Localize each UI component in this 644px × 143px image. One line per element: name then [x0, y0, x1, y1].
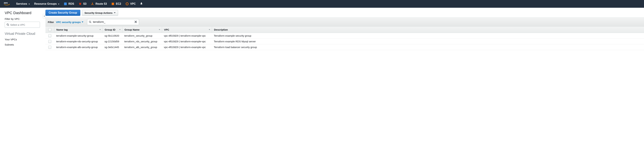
filter-by-vpc-label: Filter by VPC:	[5, 18, 38, 20]
cell-description: Terraform example RDS Mysql server	[212, 40, 644, 43]
row-checkbox[interactable]	[48, 34, 51, 37]
row-checkbox[interactable]	[48, 46, 51, 49]
sidebar: VPC Dashboard Filter by VPC: Select a VP…	[0, 8, 43, 51]
shortcut-route53[interactable]: Route 53	[91, 2, 107, 6]
sidebar-title[interactable]: VPC Dashboard	[5, 11, 38, 15]
search-icon	[6, 23, 9, 26]
shortcut-label: S3	[83, 2, 86, 5]
shortcut-label: RDS	[68, 2, 74, 5]
sort-icon	[119, 29, 120, 30]
shortcut-label: VPC	[130, 2, 136, 5]
chevron-down-icon	[58, 4, 59, 5]
column-header-group-id[interactable]: Group ID	[102, 27, 122, 33]
svg-point-4	[7, 24, 8, 25]
main-content: Create Security Group Security Group Act…	[43, 8, 644, 51]
filter-label: Filter	[48, 21, 54, 24]
cell-group-name: terraform_rds_security_group	[122, 40, 162, 43]
svg-point-3	[126, 3, 128, 5]
svg-line-5	[8, 25, 9, 26]
sort-icon	[209, 29, 210, 30]
sort-icon	[100, 29, 101, 30]
sidebar-section-heading: Virtual Private Cloud	[5, 32, 38, 36]
vpc-icon	[126, 2, 129, 6]
row-checkbox[interactable]	[48, 40, 51, 43]
filter-dropdown-label: VPC security groups	[56, 21, 81, 24]
vpc-select[interactable]: Select a VPC	[5, 22, 40, 28]
shortcut-vpc[interactable]: VPC	[126, 2, 136, 6]
action-row: Create Security Group Security Group Act…	[46, 10, 644, 16]
cell-group-id: sg-22150d59	[102, 40, 122, 43]
svg-rect-2	[112, 3, 114, 5]
chevron-down-icon	[82, 22, 83, 23]
resource-groups-menu[interactable]: Resource Groups	[34, 2, 59, 5]
security-groups-table: Name tag Group ID Group Name VPC Descrip…	[46, 27, 644, 50]
services-menu[interactable]: Services	[16, 2, 30, 5]
table-row[interactable]: terraform-example-alb-security-group sg-…	[46, 44, 644, 50]
column-header-group-name[interactable]: Group Name	[122, 27, 162, 33]
shortcut-s3[interactable]: S3	[78, 2, 86, 6]
s3-icon	[78, 2, 82, 6]
shortcut-label: EC2	[116, 2, 121, 5]
search-input[interactable]	[93, 21, 133, 24]
sg-actions-label: Security Group Actions	[84, 12, 112, 14]
top-nav: aws Services Resource Groups RDS S3 Rout…	[0, 0, 644, 8]
column-header-vpc[interactable]: VPC	[162, 27, 212, 33]
sidebar-collapse-toggle[interactable]	[43, 14, 46, 19]
vpc-select-placeholder: Select a VPC	[10, 23, 25, 26]
cell-vpc: vpc-4f01fd29 | terraform-example-vpc	[162, 46, 212, 49]
select-all-checkbox[interactable]	[48, 28, 51, 31]
sidebar-link-subnets[interactable]: Subnets	[5, 43, 38, 46]
svg-point-6	[89, 21, 91, 23]
svg-text:aws: aws	[4, 2, 8, 4]
cell-name-tag: terraform-example-rds-security-group	[54, 40, 102, 43]
shortcut-rds[interactable]: RDS	[64, 2, 74, 6]
search-icon	[89, 21, 92, 23]
clear-search-icon[interactable]: ✕	[134, 20, 137, 24]
cell-group-id: sg-3e0c1445	[102, 46, 122, 49]
filter-bar: Filter VPC security groups ✕	[46, 18, 644, 27]
cell-vpc: vpc-4f01fd29 | terraform-example-vpc	[162, 40, 212, 43]
sidebar-link-your-vpcs[interactable]: Your VPCs	[5, 38, 38, 41]
shortcut-label: Route 53	[96, 2, 107, 5]
column-header-description[interactable]: Description	[212, 27, 644, 33]
cell-description: Terraform load balancer security group	[212, 46, 644, 49]
cell-group-name: terraform_security_group	[122, 34, 162, 37]
filter-dropdown[interactable]: VPC security groups	[56, 21, 84, 24]
shortcut-ec2[interactable]: EC2	[111, 2, 121, 6]
search-box[interactable]: ✕	[87, 19, 139, 25]
cell-name-tag: terraform-example-security-group	[54, 34, 102, 37]
services-label: Services	[16, 2, 27, 5]
aws-logo[interactable]: aws	[4, 2, 12, 6]
cell-name-tag: terraform-example-alb-security-group	[54, 46, 102, 49]
svg-rect-1	[64, 3, 67, 5]
route53-icon	[91, 2, 94, 6]
svg-line-7	[90, 22, 91, 23]
table-row[interactable]: terraform-example-security-group sg-5b11…	[46, 33, 644, 39]
cell-vpc: vpc-4f01fd29 | terraform-example-vpc	[162, 34, 212, 37]
table-header: Name tag Group ID Group Name VPC Descrip…	[46, 27, 644, 33]
ec2-icon	[111, 2, 114, 6]
pin-icon[interactable]	[140, 2, 143, 6]
chevron-down-icon	[28, 4, 30, 5]
resource-groups-label: Resource Groups	[34, 2, 57, 5]
chevron-down-icon	[114, 12, 116, 13]
column-header-name-tag[interactable]: Name tag	[54, 27, 102, 33]
sort-icon	[159, 29, 160, 30]
cell-group-id: sg-5b110920	[102, 34, 122, 37]
security-group-actions-button[interactable]: Security Group Actions	[82, 10, 118, 16]
cell-group-name: terraform_alb_security_group	[122, 46, 162, 49]
rds-icon	[64, 2, 67, 6]
cell-description: Terraform example security group	[212, 34, 644, 37]
create-security-group-button[interactable]: Create Security Group	[46, 10, 80, 16]
table-row[interactable]: terraform-example-rds-security-group sg-…	[46, 39, 644, 44]
